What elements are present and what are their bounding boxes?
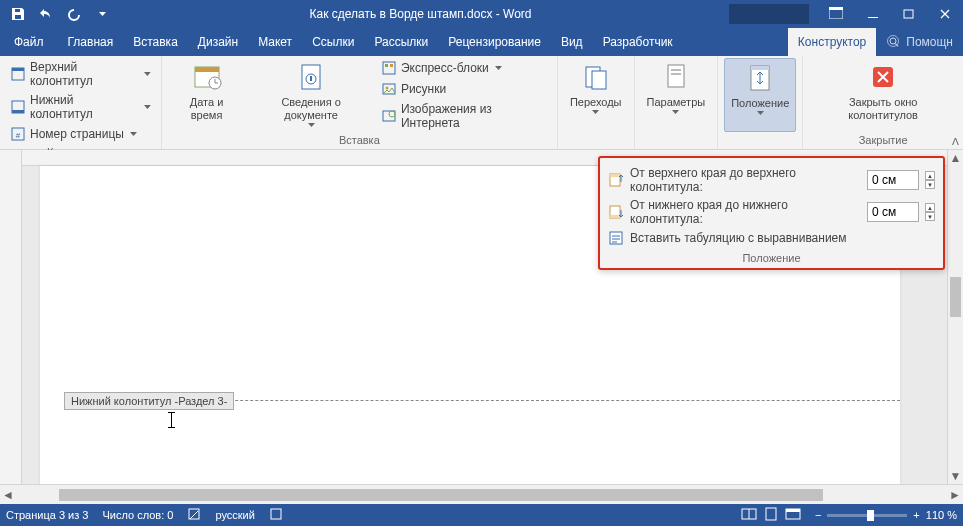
document-info-button[interactable]: Сведения о документе [249,58,373,132]
spin-down-icon[interactable]: ▼ [925,212,935,221]
svg-rect-39 [189,509,199,519]
qat-dropdown-icon[interactable] [92,4,112,24]
svg-rect-20 [385,64,388,67]
print-layout-icon[interactable] [763,507,779,523]
scroll-down-icon[interactable]: ▼ [948,468,963,484]
close-button[interactable] [927,0,963,28]
tab-file[interactable]: Файл [0,28,58,56]
account-area[interactable] [729,4,809,24]
group-header-footer: Верхний колонтитул Нижний колонтитул #Но… [0,56,162,149]
svg-rect-7 [12,68,24,80]
group-insert: Дата и время Сведения о документе Экспре… [162,56,558,149]
footer-button[interactable]: Нижний колонтитул [6,91,155,123]
header-from-top-label: От верхнего края до верхнего колонтитула… [630,166,861,194]
scroll-right-icon[interactable]: ► [947,488,963,502]
tab-developer[interactable]: Разработчик [593,28,683,56]
tab-view[interactable]: Вид [551,28,593,56]
language-status[interactable]: русский [215,509,254,521]
svg-rect-28 [668,65,684,87]
scroll-thumb-v[interactable] [950,277,961,317]
page-count[interactable]: Страница 3 из 3 [6,509,88,521]
online-pictures-button[interactable]: Изображения из Интернета [377,100,551,132]
tell-me-search[interactable]: Помощн [876,28,963,56]
tab-references[interactable]: Ссылки [302,28,364,56]
collapse-ribbon-icon[interactable]: ᐱ [952,136,959,147]
footer-from-bottom-spinner: ▲▼ [925,203,935,221]
spin-down-icon[interactable]: ▼ [925,180,935,189]
footer-from-bottom-label: От нижнего края до нижнего колонтитула: [630,198,861,226]
svg-rect-29 [671,69,681,71]
title-bar: Как сделать в Ворде штамп.docx - Word [0,0,963,28]
svg-rect-32 [751,66,769,70]
undo-icon[interactable] [36,4,56,24]
alignment-tab-icon [608,230,624,246]
page-number-button[interactable]: #Номер страницы [6,124,155,144]
footer-section-tag: Нижний колонтитул -Раздел 3- [64,392,234,410]
svg-rect-3 [904,10,913,18]
pictures-button[interactable]: Рисунки [377,79,551,99]
tab-review[interactable]: Рецензирование [438,28,551,56]
group-navigation: Переходы [558,56,635,149]
group-options: Параметры [635,56,719,149]
zoom-level[interactable]: 110 % [926,509,957,521]
date-time-button[interactable]: Дата и время [168,58,246,132]
save-icon[interactable] [8,4,28,24]
vertical-scrollbar[interactable]: ▲ ▼ [947,150,963,484]
spin-up-icon[interactable]: ▲ [925,171,935,180]
header-button[interactable]: Верхний колонтитул [6,58,155,90]
restore-button[interactable] [891,0,927,28]
navigation-button[interactable]: Переходы [564,58,628,132]
word-count[interactable]: Число слов: 0 [102,509,173,521]
footer-from-bottom-row: От нижнего края до нижнего колонтитула: … [608,196,935,228]
spin-up-icon[interactable]: ▲ [925,203,935,212]
footer-from-bottom-input[interactable] [867,202,919,222]
vertical-ruler[interactable] [0,150,22,484]
insert-alignment-tab-button[interactable]: Вставить табуляцию с выравниванием [608,228,935,248]
header-from-top-input[interactable] [867,170,919,190]
svg-rect-40 [271,509,281,519]
svg-rect-36 [610,206,620,218]
close-header-footer-button[interactable]: Закрыть окно колонтитулов [809,58,957,132]
svg-text:#: # [16,131,21,140]
position-button[interactable]: Положение [724,58,796,132]
svg-rect-26 [586,67,600,87]
tab-design[interactable]: Дизайн [188,28,248,56]
status-bar: Страница 3 из 3 Число слов: 0 русский − … [0,504,963,526]
tab-insert[interactable]: Вставка [123,28,188,56]
svg-rect-16 [302,65,320,89]
spell-check-icon[interactable] [187,507,201,523]
tab-header-footer-design[interactable]: Конструктор [788,28,876,56]
zoom-slider[interactable] [827,514,907,517]
macro-record-icon[interactable] [269,507,283,523]
tab-mailings[interactable]: Рассылки [364,28,438,56]
svg-point-4 [890,38,896,44]
svg-rect-10 [12,110,24,113]
read-mode-icon[interactable] [741,507,757,523]
zoom-out-icon[interactable]: − [815,509,821,521]
zoom-in-icon[interactable]: + [913,509,919,521]
group-close: Закрыть окно колонтитулов Закрытие [803,56,963,149]
quick-access-toolbar [0,4,120,24]
svg-point-15 [209,77,221,89]
svg-rect-41 [742,509,756,519]
ribbon-options-icon[interactable] [829,7,843,22]
zoom-control: − + 110 % [815,509,957,521]
scroll-thumb-h[interactable] [59,489,823,501]
scroll-left-icon[interactable]: ◄ [0,488,16,502]
options-button[interactable]: Параметры [641,58,712,132]
ribbon: Верхний колонтитул Нижний колонтитул #Но… [0,56,963,150]
svg-rect-31 [751,66,769,90]
tab-home[interactable]: Главная [58,28,124,56]
tab-layout[interactable]: Макет [248,28,302,56]
ribbon-display-options [817,7,855,22]
quick-parts-button[interactable]: Экспресс-блоки [377,58,551,78]
svg-rect-34 [610,174,620,186]
group-position: Положение [718,56,803,149]
scroll-up-icon[interactable]: ▲ [948,150,963,166]
redo-icon[interactable] [64,4,84,24]
horizontal-scrollbar[interactable]: ◄ ► [0,484,963,504]
minimize-button[interactable] [855,0,891,28]
web-layout-icon[interactable] [785,507,801,523]
svg-rect-9 [12,101,24,113]
svg-point-17 [306,74,316,84]
